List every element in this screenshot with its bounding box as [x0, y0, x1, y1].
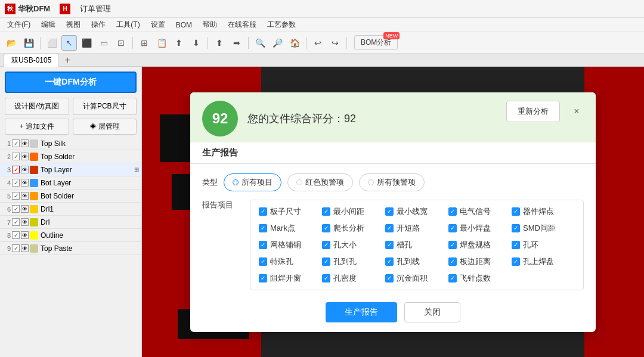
layer-eye-icon[interactable]: 👁	[21, 205, 29, 213]
report-item-cell[interactable]: ✓网格铺铜	[259, 240, 322, 250]
report-item-cell[interactable]: ✓开短路	[385, 223, 448, 234]
report-item-cell[interactable]: ✓孔大小	[322, 240, 385, 250]
toolbar-move-right-btn[interactable]: ➡	[229, 35, 244, 51]
close-icon[interactable]: ×	[569, 104, 584, 119]
item-checkbox[interactable]: ✓	[259, 207, 267, 216]
layer-item[interactable]: 7✓👁Drl	[0, 216, 141, 229]
menu-view[interactable]: 视图	[61, 18, 85, 31]
layer-checkbox[interactable]: ✓	[12, 153, 20, 160]
menu-help[interactable]: 帮助	[198, 18, 222, 31]
layer-eye-icon[interactable]: 👁	[21, 139, 29, 147]
layer-item[interactable]: 1✓👁Top Silk	[0, 137, 141, 150]
add-file-button[interactable]: + 追加文件	[5, 119, 69, 135]
item-checkbox[interactable]: ✓	[322, 241, 330, 249]
generate-report-button[interactable]: 生产报告	[326, 302, 397, 322]
report-item-cell[interactable]: ✓最小焊盘	[448, 223, 512, 234]
layer-item[interactable]: 8✓👁Outline	[0, 229, 141, 242]
menu-process-params[interactable]: 工艺参数	[262, 18, 301, 31]
report-item-cell[interactable]: ✓飞针点数	[448, 273, 512, 284]
item-checkbox[interactable]: ✓	[385, 207, 394, 216]
layer-checkbox[interactable]: ✓	[12, 139, 20, 147]
item-checkbox[interactable]: ✓	[448, 241, 457, 249]
toolbar-pointer-btn[interactable]: ↖	[61, 35, 77, 51]
toolbar-zoom-area-btn[interactable]: ⬛	[79, 35, 94, 51]
report-item-cell[interactable]: ✓沉金面积	[385, 273, 448, 284]
item-checkbox[interactable]: ✓	[259, 224, 267, 232]
report-item-cell[interactable]: ✓最小线宽	[385, 206, 448, 217]
toolbar-bom-icon-btn[interactable]: 📋	[154, 35, 169, 51]
report-item-cell[interactable]: ✓电气信号	[448, 206, 512, 217]
toolbar-move-up-btn[interactable]: ⬆	[212, 35, 227, 51]
report-item-cell[interactable]: ✓槽孔	[385, 240, 448, 250]
layer-item[interactable]: 5✓👁Bot Solder	[0, 190, 141, 203]
item-checkbox[interactable]: ✓	[512, 224, 520, 232]
item-checkbox[interactable]: ✓	[385, 241, 394, 249]
toolbar-redo-btn[interactable]: ↪	[327, 35, 343, 51]
report-item-cell[interactable]: ✓阻焊开窗	[259, 273, 322, 284]
item-checkbox[interactable]: ✓	[322, 207, 330, 216]
report-item-cell[interactable]: ✓Mark点	[259, 223, 322, 234]
filter-all-warning[interactable]: 所有预警项	[359, 173, 425, 191]
item-checkbox[interactable]: ✓	[322, 274, 330, 283]
layer-eye-icon[interactable]: 👁	[21, 244, 29, 252]
reanalyze-button[interactable]: 重新分析	[506, 101, 560, 122]
item-checkbox[interactable]: ✓	[448, 207, 457, 216]
item-checkbox[interactable]: ✓	[385, 274, 394, 283]
item-checkbox[interactable]: ✓	[448, 274, 457, 283]
toolbar-import-btn[interactable]: ⬇	[188, 35, 204, 51]
toolbar-undo-btn[interactable]: ↩	[310, 35, 326, 51]
layer-eye-icon[interactable]: 👁	[21, 192, 29, 200]
item-checkbox[interactable]: ✓	[322, 224, 330, 232]
item-checkbox[interactable]: ✓	[448, 224, 457, 232]
layer-eye-icon[interactable]: 👁	[21, 166, 29, 173]
item-checkbox[interactable]: ✓	[385, 224, 394, 232]
report-item-cell[interactable]: ✓孔到孔	[322, 256, 385, 267]
layer-eye-icon[interactable]: 👁	[21, 218, 29, 226]
report-item-cell[interactable]: ✓孔到线	[385, 256, 448, 267]
toolbar-measure-btn[interactable]: ⊡	[113, 35, 129, 51]
filter-red-warning[interactable]: 红色预警项	[287, 173, 353, 191]
filter-all-items[interactable]: 所有项目	[224, 173, 281, 191]
toolbar-grid-btn[interactable]: ⊞	[137, 35, 152, 51]
layer-eye-icon[interactable]: 👁	[21, 179, 29, 187]
report-item-cell[interactable]: ✓焊盘规格	[448, 240, 512, 250]
report-item-cell[interactable]: ✓孔上焊盘	[512, 256, 575, 267]
menu-settings[interactable]: 设置	[146, 18, 170, 31]
calc-pcb-button[interactable]: 计算PCB尺寸	[73, 98, 137, 115]
item-checkbox[interactable]: ✓	[512, 207, 520, 216]
menu-edit[interactable]: 编辑	[36, 18, 60, 31]
toolbar-zoom-out-btn[interactable]: 🔎	[270, 35, 285, 51]
layer-checkbox[interactable]: ✓	[12, 205, 20, 213]
item-checkbox[interactable]: ✓	[322, 257, 330, 266]
layer-checkbox[interactable]: ✓	[12, 218, 20, 226]
layer-eye-icon[interactable]: 👁	[21, 231, 29, 239]
bom-analysis-btn[interactable]: BOM分析 NEW	[354, 35, 398, 50]
toolbar-select-btn[interactable]: ⬜	[44, 35, 60, 51]
layer-mgmt-button[interactable]: ◈ 层管理	[73, 119, 137, 135]
item-checkbox[interactable]: ✓	[259, 274, 267, 283]
report-item-cell[interactable]: ✓特殊孔	[259, 256, 322, 267]
layer-item[interactable]: 3✓👁Top Layer⊞	[0, 163, 141, 176]
design-sim-button[interactable]: 设计图/仿真图	[5, 98, 69, 115]
item-checkbox[interactable]: ✓	[448, 257, 457, 266]
toolbar-home-btn[interactable]: 🏠	[287, 35, 302, 51]
close-dialog-button[interactable]: 关闭	[404, 302, 460, 322]
layer-checkbox[interactable]: ✓	[12, 179, 20, 187]
item-checkbox[interactable]: ✓	[385, 257, 394, 266]
toolbar-save-btn[interactable]: 💾	[21, 35, 36, 51]
menu-operation[interactable]: 操作	[86, 18, 110, 31]
layer-checkbox[interactable]: ✓	[12, 231, 20, 239]
toolbar-export-btn[interactable]: ⬆	[171, 35, 187, 51]
item-checkbox[interactable]: ✓	[512, 241, 520, 249]
item-checkbox[interactable]: ✓	[512, 257, 520, 266]
layer-item[interactable]: 6✓👁Drl1	[0, 203, 141, 216]
toolbar-zoom-in-btn[interactable]: 🔍	[252, 35, 268, 51]
toolbar-open-btn[interactable]: 📂	[4, 35, 19, 51]
report-item-cell[interactable]: ✓板子尺寸	[259, 206, 322, 217]
menu-tools[interactable]: 工具(T)	[112, 18, 144, 31]
dfm-analysis-button[interactable]: 一键DFM分析	[5, 72, 137, 93]
menu-file[interactable]: 文件(F)	[2, 18, 35, 31]
layer-checkbox[interactable]: ✓	[12, 166, 20, 173]
report-item-cell[interactable]: ✓最小间距	[322, 206, 385, 217]
layer-checkbox[interactable]: ✓	[12, 192, 20, 200]
